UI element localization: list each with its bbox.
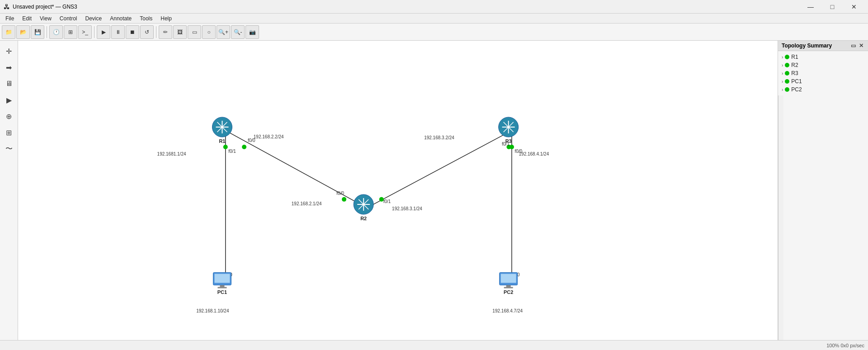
status-dot [785, 79, 789, 84]
menu-view[interactable]: View [36, 14, 55, 23]
titlebar: 🖧 Unsaved project* — GNS3 — □ ✕ [0, 0, 868, 14]
minimize-button[interactable]: — [800, 0, 821, 14]
network-btn[interactable]: ⊕ [2, 109, 16, 123]
annotate-btn[interactable]: ✏ [159, 25, 172, 39]
sep1 [47, 26, 47, 38]
tree-arrow: › [782, 55, 783, 60]
panel-controls: ▭ ✕ [850, 43, 864, 49]
sep2 [94, 26, 94, 38]
maximize-button[interactable]: □ [822, 0, 843, 14]
device-selection-btn[interactable]: ⊞ [64, 25, 77, 39]
window-title: Unsaved project* — GNS3 [13, 4, 77, 10]
tree-label: R3 [791, 70, 798, 76]
status-dot [785, 87, 789, 92]
topology-summary-title: Topology Summary [782, 43, 832, 49]
suspend-btn[interactable]: ⏸ [111, 25, 125, 39]
tree-arrow: › [782, 63, 783, 68]
zoom-out-btn[interactable]: 🔍- [231, 25, 245, 39]
menu-control[interactable]: Control [56, 14, 81, 23]
tree-arrow: › [782, 87, 783, 92]
snapshot-btn[interactable]: 🕐 [49, 25, 63, 39]
tree-label: PC2 [791, 86, 802, 93]
tree-label: R2 [791, 62, 798, 68]
tree-item-r1[interactable]: › R1 [778, 53, 868, 61]
start-btn[interactable]: ▶ [97, 25, 110, 39]
reload-btn[interactable]: ↺ [140, 25, 154, 39]
nodes-btn[interactable]: ⊞ [2, 126, 16, 139]
stop-btn[interactable]: ⏹ [126, 25, 139, 39]
menu-annotate[interactable]: Annotate [106, 14, 135, 23]
right-scrollbar[interactable] [778, 95, 783, 340]
panel-restore-btn[interactable]: ▭ [850, 43, 857, 49]
wave-btn[interactable]: 〜 [2, 142, 16, 156]
tree-arrow: › [782, 71, 783, 76]
app-icon: 🖧 [4, 3, 10, 10]
status-dot [785, 55, 789, 59]
ellipse-btn[interactable]: ○ [202, 25, 216, 39]
screenshot-btn[interactable]: 📷 [245, 25, 259, 39]
statusbar-text: 100% 0x0 px/sec [826, 343, 864, 348]
menu-help[interactable]: Help [157, 14, 175, 23]
panel-close-btn[interactable]: ✕ [858, 43, 864, 49]
go-to-btn[interactable]: ➡ [2, 61, 16, 74]
menu-tools[interactable]: Tools [136, 14, 156, 23]
tree-item-pc2[interactable]: › PC2 [778, 85, 868, 94]
tree-item-r3[interactable]: › R3 [778, 69, 868, 77]
tree-label: R1 [791, 54, 798, 60]
tree-item-pc1[interactable]: › PC1 [778, 77, 868, 85]
move-btn[interactable]: ✛ [2, 44, 16, 58]
menu-file[interactable]: File [2, 14, 18, 23]
statusbar: 100% 0x0 px/sec [0, 340, 868, 350]
console-btn[interactable]: >_ [78, 25, 92, 39]
open-btn[interactable]: 📂 [16, 25, 30, 39]
monitor-btn[interactable]: 🖥 [2, 77, 16, 90]
new-folder-btn[interactable]: 📁 [2, 25, 15, 39]
close-button[interactable]: ✕ [844, 0, 864, 14]
status-dot [785, 63, 789, 67]
rect-btn[interactable]: ▭ [188, 25, 201, 39]
tree-arrow: › [782, 79, 783, 84]
menu-edit[interactable]: Edit [19, 14, 35, 23]
menubar: FileEditViewControlDeviceAnnotateToolsHe… [0, 14, 868, 24]
toolbar: 📁📂💾🕐⊞>_▶⏸⏹↺✏🖼▭○🔍+🔍-📷 [0, 24, 868, 41]
topology-tree: › R1 › R2 › R3 › PC1 › PC2 [778, 51, 868, 95]
menu-device[interactable]: Device [82, 14, 106, 23]
sep3 [156, 26, 156, 38]
canvas-area[interactable] [18, 41, 778, 340]
tree-item-r2[interactable]: › R2 [778, 61, 868, 69]
play-btn[interactable]: ▶ [2, 93, 16, 107]
topology-summary-header: Topology Summary ▭ ✕ [778, 41, 868, 51]
image-btn[interactable]: 🖼 [173, 25, 187, 39]
save-btn[interactable]: 💾 [31, 25, 44, 39]
right-panel: Topology Summary ▭ ✕ › R1 › R2 › R3 › PC… [778, 41, 868, 340]
tree-label: PC1 [791, 78, 802, 85]
titlebar-controls: — □ ✕ [800, 0, 864, 14]
topology-canvas [18, 41, 778, 340]
main-area: ✛➡🖥▶⊕⊞〜 Topology Summary ▭ ✕ › R1 › R2 ›… [0, 41, 868, 340]
titlebar-left: 🖧 Unsaved project* — GNS3 [4, 3, 77, 10]
left-sidebar: ✛➡🖥▶⊕⊞〜 [0, 41, 18, 340]
zoom-in-btn[interactable]: 🔍+ [217, 25, 230, 39]
status-dot [785, 71, 789, 76]
